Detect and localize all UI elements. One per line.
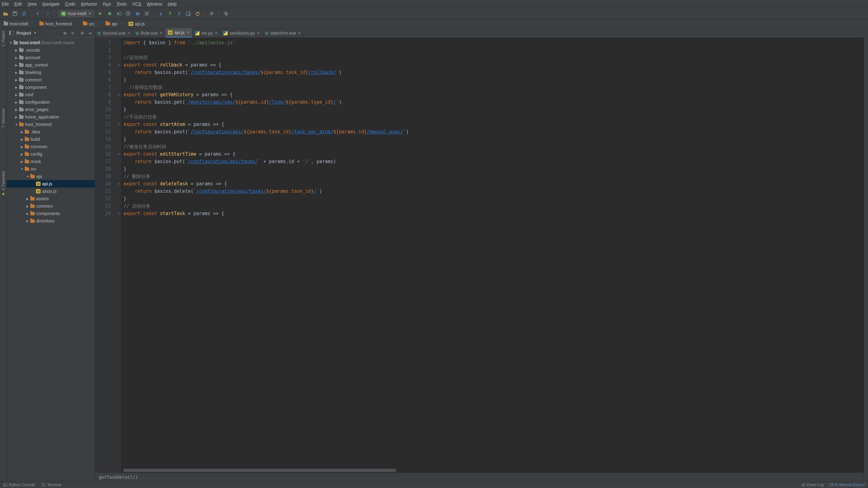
tree-item[interactable]: ▶component (7, 84, 95, 91)
menu-vcs[interactable]: VCS (132, 2, 141, 6)
expand-arrow-right-icon[interactable]: ▶ (20, 153, 24, 156)
editor-tab[interactable]: VSecond.vue✕ (95, 29, 133, 37)
close-icon[interactable]: ✕ (257, 31, 260, 35)
expand-arrow-right-icon[interactable]: ▶ (25, 219, 30, 223)
forward-icon[interactable] (44, 10, 51, 17)
expand-arrow-right-icon[interactable]: ▶ (14, 71, 19, 74)
close-icon[interactable]: ✕ (215, 31, 218, 35)
expand-arrow-right-icon[interactable]: ▶ (14, 86, 19, 89)
tree-item[interactable]: ▼host_frontend (7, 121, 95, 128)
close-icon[interactable]: ✕ (298, 31, 301, 35)
menu-edit[interactable]: Edit (14, 2, 22, 6)
breadcrumb-item[interactable]: host_frontend (37, 21, 81, 27)
chevron-down-icon[interactable]: ▼ (33, 31, 36, 35)
expand-all-icon[interactable]: ≡ (70, 31, 75, 36)
expand-arrow-right-icon[interactable]: ▶ (20, 145, 24, 149)
editor-tab[interactable]: serializers.py✕ (220, 29, 262, 37)
tree-item[interactable]: ▶.idea (7, 128, 95, 135)
breadcrumb-item[interactable]: JSapi.js (127, 21, 150, 26)
fold-gutter[interactable]: ⊟⌞⊟⌞⊟⌞⊟⌞⊟⌞⊟ (117, 38, 121, 473)
vcs-history-icon[interactable] (185, 10, 192, 17)
breadcrumb-item[interactable]: host-intell (2, 21, 37, 27)
tree-item[interactable]: ▶error_pages (7, 106, 95, 113)
tree-item[interactable]: JSapi.js (7, 180, 95, 188)
editor-tab[interactable]: JSapi.js✕ (165, 28, 192, 37)
paragraph-icon[interactable] (223, 10, 229, 17)
tree-item[interactable]: ▶home_application (7, 113, 95, 121)
menu-run[interactable]: Run (103, 2, 111, 6)
tree-item[interactable]: ▶.vscode (7, 46, 95, 54)
menu-window[interactable]: Window (147, 2, 162, 6)
expand-arrow-right-icon[interactable]: ▶ (25, 204, 30, 208)
expand-arrow-right-icon[interactable]: ▶ (14, 108, 19, 111)
tree-item[interactable]: ▶components (7, 210, 95, 217)
tree-item[interactable]: ▼api (7, 173, 95, 180)
menu-file[interactable]: File (2, 2, 9, 6)
close-icon[interactable]: ✕ (127, 31, 130, 35)
sync-icon[interactable] (21, 10, 27, 17)
code-content[interactable]: import { $axios } from '../api/axios.js'… (121, 38, 864, 473)
close-icon[interactable]: ✕ (186, 30, 189, 35)
tree-item[interactable]: ▶common (7, 143, 95, 151)
expand-arrow-down-icon[interactable]: ▼ (9, 41, 13, 44)
tree-item[interactable]: ▶common (7, 202, 95, 210)
left-tab-favorites[interactable]: ★2: Favorites (1, 171, 6, 196)
expand-arrow-down-icon[interactable]: ▼ (14, 123, 19, 126)
stop-icon[interactable] (144, 10, 150, 17)
vcs-commit-icon[interactable] (167, 10, 173, 17)
vcs-update-icon[interactable] (158, 10, 164, 17)
run-config-selector[interactable]: dj host-intell ▼ (58, 10, 94, 17)
expand-arrow-down-icon[interactable]: ▼ (25, 175, 30, 178)
tree-item[interactable]: ▶config (7, 151, 95, 158)
expand-arrow-right-icon[interactable]: ▶ (14, 116, 19, 119)
close-icon[interactable]: ✕ (159, 31, 162, 35)
menu-view[interactable]: View (28, 2, 37, 6)
editor-tab[interactable]: VRule.vue✕ (133, 29, 165, 37)
menu-navigate[interactable]: Navigate (42, 2, 59, 6)
editor-hscrollbar[interactable] (124, 469, 396, 472)
expand-arrow-right-icon[interactable]: ▶ (14, 63, 19, 67)
tree-item[interactable]: ▶app_control (7, 61, 95, 69)
editor-tab[interactable]: VselectVm.vue✕ (262, 29, 304, 37)
tree-item[interactable]: ▶configuration (7, 98, 95, 106)
tree-item[interactable]: ▶blueking (7, 69, 95, 76)
gear-icon[interactable]: ✲ (80, 31, 85, 36)
expand-arrow-right-icon[interactable]: ▶ (20, 130, 24, 134)
run-coverage-icon[interactable] (116, 10, 122, 17)
menu-tools[interactable]: Tools (117, 2, 127, 6)
tree-item[interactable]: ▶build (7, 135, 95, 143)
left-tab-structure[interactable]: 7: Structure (1, 109, 6, 128)
tree-item[interactable]: ▶common (7, 76, 95, 84)
expand-arrow-right-icon[interactable]: ▶ (14, 56, 19, 59)
event-log-tab[interactable]: Event Log (801, 483, 824, 487)
concurrency-icon[interactable] (134, 10, 141, 17)
breadcrumb-item[interactable]: src (81, 21, 104, 27)
expand-arrow-right-icon[interactable]: ▶ (25, 212, 30, 216)
terminal-tab[interactable]: Terminal (41, 483, 61, 487)
expand-arrow-right-icon[interactable]: ▶ (14, 93, 19, 97)
tree-item[interactable]: ▶conf (7, 91, 95, 98)
breadcrumb-item[interactable]: api (104, 21, 127, 27)
settings-icon[interactable] (209, 10, 215, 17)
tree-item[interactable]: ▶assets (7, 195, 95, 202)
menu-code[interactable]: Code (65, 2, 75, 6)
back-icon[interactable] (35, 10, 41, 17)
expand-arrow-right-icon[interactable]: ▶ (14, 48, 19, 52)
tree-item[interactable]: ▼host-intell [host-intell-maste (7, 39, 95, 46)
profile-icon[interactable] (125, 10, 131, 17)
tree-item[interactable]: ▶mock (7, 158, 95, 165)
menu-help[interactable]: Help (168, 2, 177, 6)
locate-icon[interactable]: ⊕ (63, 31, 67, 36)
vcs-revert-icon[interactable] (195, 10, 201, 17)
run-icon[interactable] (97, 10, 103, 17)
menu-refactor[interactable]: Refactor (81, 2, 97, 6)
editor-breadcrumb[interactable]: getTaskDetail() (95, 473, 864, 481)
left-tab-project[interactable]: 1: Project (1, 31, 6, 47)
editor-tab[interactable]: vm.py✕ (192, 29, 220, 37)
hide-icon[interactable]: ⇥ (87, 31, 92, 36)
python-console-tab[interactable]: Python Console (3, 483, 35, 487)
save-all-icon[interactable] (12, 10, 18, 17)
expand-arrow-down-icon[interactable]: ▼ (20, 167, 24, 171)
expand-arrow-right-icon[interactable]: ▶ (14, 101, 19, 104)
expand-arrow-right-icon[interactable]: ▶ (25, 197, 30, 200)
